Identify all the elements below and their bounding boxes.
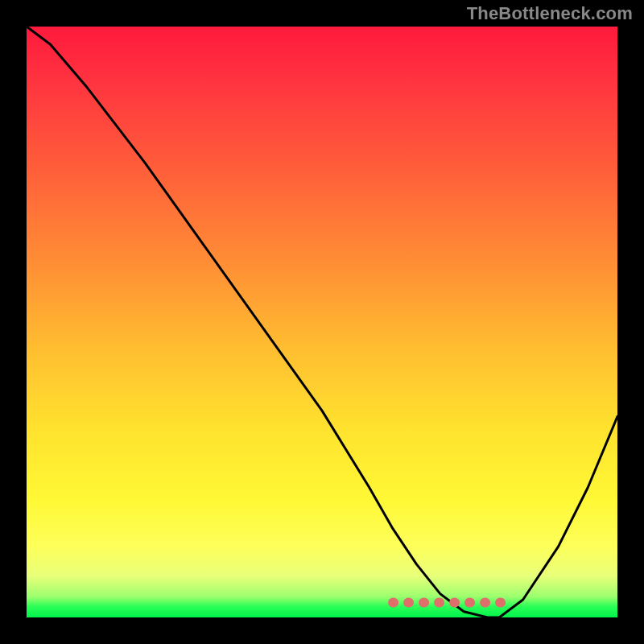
watermark-text: TheBottleneck.com [467, 3, 633, 24]
bottleneck-curve [27, 27, 617, 617]
curve-layer [27, 27, 617, 617]
plot-area [27, 27, 617, 617]
chart-frame: TheBottleneck.com [0, 0, 644, 644]
